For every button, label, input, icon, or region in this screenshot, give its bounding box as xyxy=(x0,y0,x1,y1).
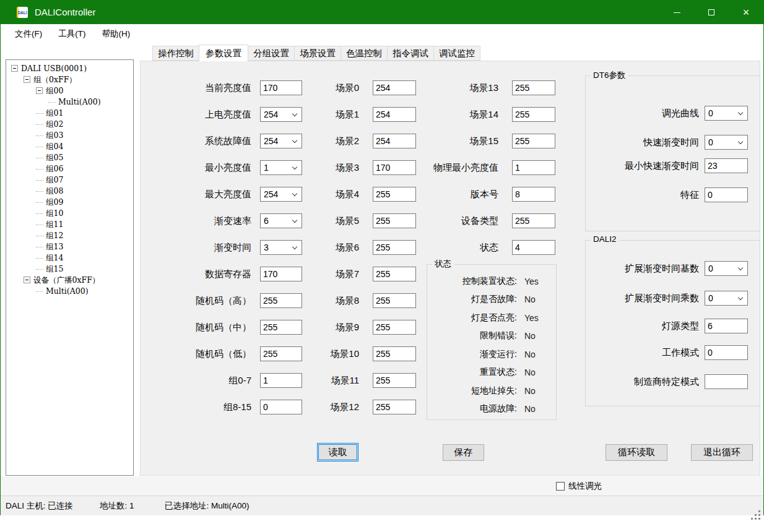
current-level-label: 当前亮度值 xyxy=(149,80,251,95)
menu-item-1[interactable]: 工具(T) xyxy=(50,24,93,43)
dimming-curve-select[interactable]: 0 xyxy=(705,106,748,121)
tree-item[interactable]: 组00 xyxy=(6,85,133,97)
tree-item[interactable]: 组13 xyxy=(6,241,133,252)
random-code-low-row: 随机码（低） xyxy=(149,346,304,361)
fade-running-label: 渐变运行: xyxy=(427,349,517,360)
device-type-input[interactable] xyxy=(512,213,555,228)
tree-item[interactable]: 组03 xyxy=(6,130,133,141)
scene-9-input[interactable] xyxy=(373,320,416,335)
ext-fade-time-multiplier-value: 0 xyxy=(708,291,713,305)
tree-item[interactable]: 组11 xyxy=(6,219,133,230)
tab-2[interactable]: 分组设置 xyxy=(248,46,295,61)
light-source-type-label: 灯源类型 xyxy=(586,319,699,333)
linear-dimming-checkbox[interactable]: 线性调光 xyxy=(556,481,602,492)
tree-item[interactable]: 组12 xyxy=(6,230,133,241)
menu-item-2[interactable]: 帮助(H) xyxy=(94,24,139,43)
group-8-15-label: 组8-15 xyxy=(149,400,251,414)
group-0-7-row: 组0-7 xyxy=(149,373,304,388)
scene-3-input[interactable] xyxy=(373,160,416,175)
scene-12-input[interactable] xyxy=(373,400,416,414)
tab-3[interactable]: 场景设置 xyxy=(294,46,341,61)
collapse-expander-icon[interactable] xyxy=(11,65,18,72)
light-source-type-input[interactable] xyxy=(705,319,748,333)
features-input[interactable] xyxy=(705,187,748,202)
read-button[interactable]: 读取 xyxy=(317,443,358,461)
dt6-group-title: DT6参数 xyxy=(591,70,628,81)
tree-item[interactable]: Multi(A00) xyxy=(6,97,133,108)
scene-14-input[interactable] xyxy=(512,107,555,122)
scene-4-input[interactable] xyxy=(373,187,416,202)
reset-state-row: 重置状态:No xyxy=(427,364,556,382)
scene-5-input[interactable] xyxy=(373,213,416,228)
menu-item-0[interactable]: 文件(F) xyxy=(7,24,50,43)
ext-fade-time-multiplier-select[interactable]: 0 xyxy=(705,291,748,306)
ext-fade-time-base-select[interactable]: 0 xyxy=(705,261,748,276)
collapse-expander-icon[interactable] xyxy=(24,277,30,283)
loop-read-button[interactable]: 循环读取 xyxy=(606,444,667,461)
physical-min-level-input[interactable] xyxy=(512,160,555,175)
scene-2-input[interactable] xyxy=(373,134,416,148)
fast-fade-time-select[interactable]: 0 xyxy=(705,135,748,150)
minimize-button[interactable] xyxy=(659,1,694,24)
tree-item[interactable]: 组15 xyxy=(6,264,133,275)
scene-6-input[interactable] xyxy=(373,240,416,255)
tab-1[interactable]: 参数设置 xyxy=(199,45,248,61)
scene-8-input[interactable] xyxy=(373,293,416,308)
tree-item[interactable]: Multi(A00) xyxy=(6,286,133,297)
scene-1-input[interactable] xyxy=(373,107,416,122)
status-value-input[interactable] xyxy=(512,240,555,255)
scene-11-label: 场景11 xyxy=(295,373,359,388)
minimize-icon xyxy=(674,12,680,13)
collapse-expander-icon[interactable] xyxy=(36,87,43,94)
manufacturer-mode-input[interactable] xyxy=(705,374,748,389)
scene-7-label: 场景7 xyxy=(295,267,359,281)
group-0-7-label: 组0-7 xyxy=(149,373,251,388)
lamp-failure-label: 灯是否故障: xyxy=(427,294,517,305)
tree-item-label: 组03 xyxy=(46,131,63,140)
close-button[interactable]: × xyxy=(729,1,763,24)
save-button[interactable]: 保存 xyxy=(443,444,484,461)
exit-loop-button[interactable]: 退出循环 xyxy=(691,444,753,461)
scene-7-input[interactable] xyxy=(373,267,416,281)
scene-5-row: 场景5 xyxy=(295,213,419,228)
linear-dimming-label: 线性调光 xyxy=(568,481,602,492)
tree-item-label: 组06 xyxy=(46,164,63,173)
tree-item[interactable]: 组09 xyxy=(6,197,133,208)
tree-item[interactable]: 组01 xyxy=(6,108,133,119)
operating-mode-input[interactable] xyxy=(705,345,748,360)
tree-item[interactable]: 组（0xFF） xyxy=(6,74,133,85)
tab-5[interactable]: 指令调试 xyxy=(387,46,434,61)
scene-15-row: 场景15 xyxy=(428,134,558,148)
ext-fade-time-multiplier-row: 扩展渐变时间乘数0 xyxy=(586,291,760,306)
scene-15-input[interactable] xyxy=(512,134,555,148)
tree-item-label: 组02 xyxy=(46,119,63,129)
scene-15-label: 场景15 xyxy=(428,134,498,148)
tab-0[interactable]: 操作控制 xyxy=(152,46,199,61)
scene-0-input[interactable] xyxy=(373,80,416,95)
tree-item[interactable]: 组08 xyxy=(6,186,133,197)
scene-11-input[interactable] xyxy=(373,373,416,388)
maximize-button[interactable] xyxy=(694,1,729,24)
scene-13-input[interactable] xyxy=(512,80,555,95)
tree-item[interactable]: DALI USB(0001) xyxy=(6,63,133,74)
tab-4[interactable]: 色温控制 xyxy=(341,46,388,61)
tree-item[interactable]: 组07 xyxy=(6,174,133,186)
tree-item-label: 组07 xyxy=(46,175,63,184)
scene-12-row: 场景12 xyxy=(295,400,419,414)
tree-item[interactable]: 组04 xyxy=(6,141,133,152)
resize-grip-icon[interactable] xyxy=(758,510,760,512)
max-level-label: 最大亮度值 xyxy=(149,187,251,202)
tree-item[interactable]: 设备（广播0xFF） xyxy=(6,275,133,286)
tree-item[interactable]: 组02 xyxy=(6,119,133,130)
tree-item[interactable]: 组05 xyxy=(6,152,133,163)
version-input[interactable] xyxy=(512,187,555,202)
tree-item[interactable]: 组06 xyxy=(6,163,133,174)
tab-6[interactable]: 调试监控 xyxy=(433,46,480,61)
lamp-on-value: Yes xyxy=(524,313,539,323)
tree-item[interactable]: 组14 xyxy=(6,252,133,264)
tree-item[interactable]: 组10 xyxy=(6,208,133,219)
min-fast-fade-time-input[interactable] xyxy=(705,158,748,173)
collapse-expander-icon[interactable] xyxy=(24,76,30,83)
scene-10-input[interactable] xyxy=(373,346,416,361)
fade-time-row: 渐变时间3 xyxy=(149,240,304,255)
